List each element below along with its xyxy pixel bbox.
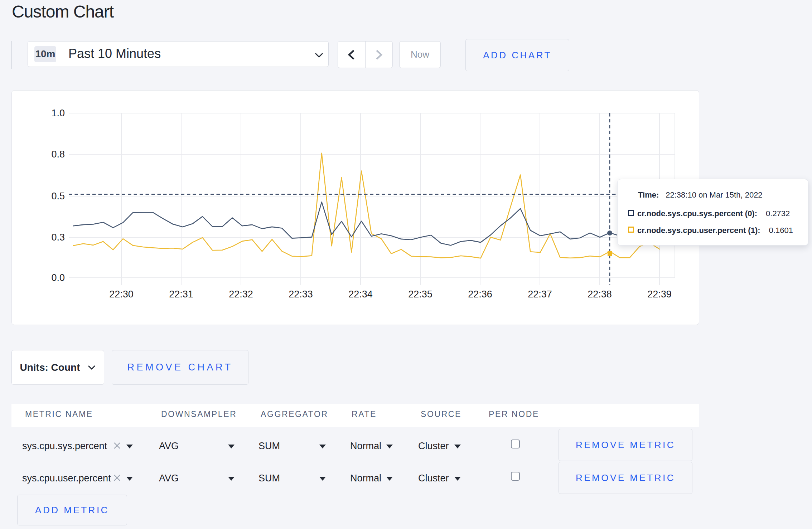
svg-text:22:35: 22:35	[408, 289, 432, 300]
svg-text:22:36: 22:36	[468, 289, 492, 300]
svg-text:0.0: 0.0	[51, 272, 65, 283]
svg-text:1.0: 1.0	[51, 108, 65, 118]
svg-text:22:39: 22:39	[647, 289, 672, 300]
svg-text:22:30: 22:30	[109, 289, 134, 300]
svg-text:0.5: 0.5	[51, 191, 65, 202]
svg-text:22:32: 22:32	[229, 289, 253, 300]
svg-text:0.8: 0.8	[51, 149, 65, 160]
svg-text:22:38: 22:38	[588, 289, 612, 300]
svg-text:22:34: 22:34	[348, 289, 373, 300]
svg-text:22:33: 22:33	[289, 289, 313, 300]
svg-text:22:37: 22:37	[528, 289, 552, 300]
svg-text:22:31: 22:31	[169, 289, 193, 300]
svg-text:0.3: 0.3	[51, 232, 65, 243]
